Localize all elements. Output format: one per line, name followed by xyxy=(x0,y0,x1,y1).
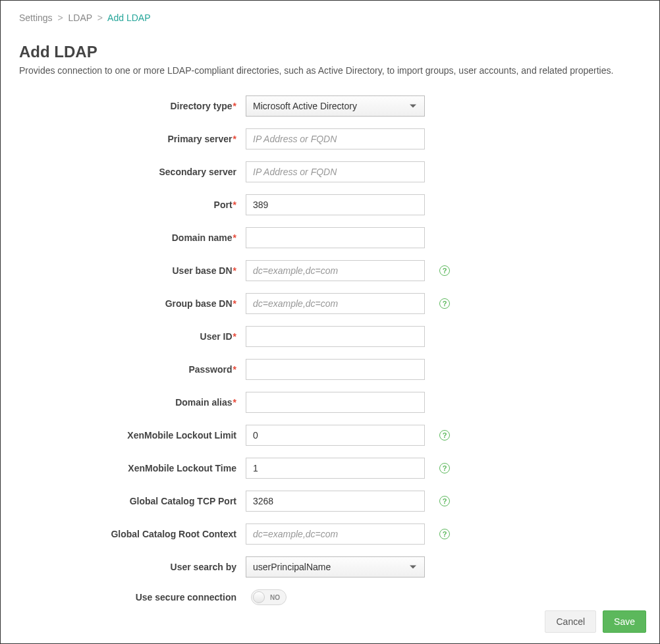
toggle-value: NO xyxy=(270,594,280,601)
save-button[interactable]: Save xyxy=(603,610,646,633)
cancel-button[interactable]: Cancel xyxy=(545,610,596,633)
user-id-label: User ID* xyxy=(19,331,246,342)
secure-connection-toggle[interactable]: NO xyxy=(251,589,287,605)
breadcrumb-current: Add LDAP xyxy=(107,13,150,23)
domain-alias-label: Domain alias* xyxy=(19,397,246,408)
password-input[interactable] xyxy=(246,359,425,380)
lockout-time-label: XenMobile Lockout Time xyxy=(19,463,246,473)
help-icon[interactable]: ? xyxy=(439,496,450,506)
gc-tcp-port-input[interactable] xyxy=(246,491,425,512)
secure-connection-label: Use secure connection xyxy=(19,592,246,603)
user-search-by-select[interactable]: userPrincipalName xyxy=(246,556,425,577)
domain-alias-input[interactable] xyxy=(246,392,425,413)
help-icon[interactable]: ? xyxy=(439,463,450,473)
page-subtitle: Provides connection to one or more LDAP-… xyxy=(19,65,641,76)
directory-type-label: Directory type* xyxy=(19,101,246,111)
user-base-dn-label: User base DN* xyxy=(19,265,246,276)
page-title: Add LDAP xyxy=(19,43,641,61)
secondary-server-input[interactable] xyxy=(246,161,425,182)
user-id-input[interactable] xyxy=(246,326,425,347)
lockout-limit-label: XenMobile Lockout Limit xyxy=(19,430,246,441)
secondary-server-label: Secondary server xyxy=(19,167,246,177)
gc-root-context-input[interactable] xyxy=(246,523,425,545)
breadcrumb-sep: > xyxy=(97,13,103,23)
help-icon[interactable]: ? xyxy=(439,430,450,441)
help-icon[interactable]: ? xyxy=(439,529,450,539)
lockout-limit-input[interactable] xyxy=(246,425,425,446)
help-icon[interactable]: ? xyxy=(439,265,450,276)
breadcrumb-item-settings[interactable]: Settings xyxy=(19,13,53,23)
domain-name-input[interactable] xyxy=(246,227,425,248)
chevron-down-icon xyxy=(410,105,416,108)
gc-tcp-port-label: Global Catalog TCP Port xyxy=(19,496,246,506)
port-input[interactable] xyxy=(246,194,425,215)
directory-type-select[interactable]: Microsoft Active Directory xyxy=(246,95,425,117)
user-base-dn-input[interactable] xyxy=(246,260,425,281)
domain-name-label: Domain name* xyxy=(19,232,246,243)
breadcrumb-sep: > xyxy=(57,13,63,23)
group-base-dn-label: Group base DN* xyxy=(19,298,246,309)
primary-server-label: Primary server* xyxy=(19,134,246,144)
primary-server-input[interactable] xyxy=(246,128,425,149)
lockout-time-input[interactable] xyxy=(246,458,425,479)
breadcrumb: Settings > LDAP > Add LDAP xyxy=(19,13,641,23)
port-label: Port* xyxy=(19,200,246,210)
breadcrumb-item-ldap[interactable]: LDAP xyxy=(69,13,92,23)
user-search-by-label: User search by xyxy=(19,562,246,572)
help-icon[interactable]: ? xyxy=(439,298,450,309)
chevron-down-icon xyxy=(410,566,416,569)
toggle-knob-icon xyxy=(253,591,265,603)
password-label: Password* xyxy=(19,364,246,375)
group-base-dn-input[interactable] xyxy=(246,293,425,314)
gc-root-context-label: Global Catalog Root Context xyxy=(19,529,246,539)
